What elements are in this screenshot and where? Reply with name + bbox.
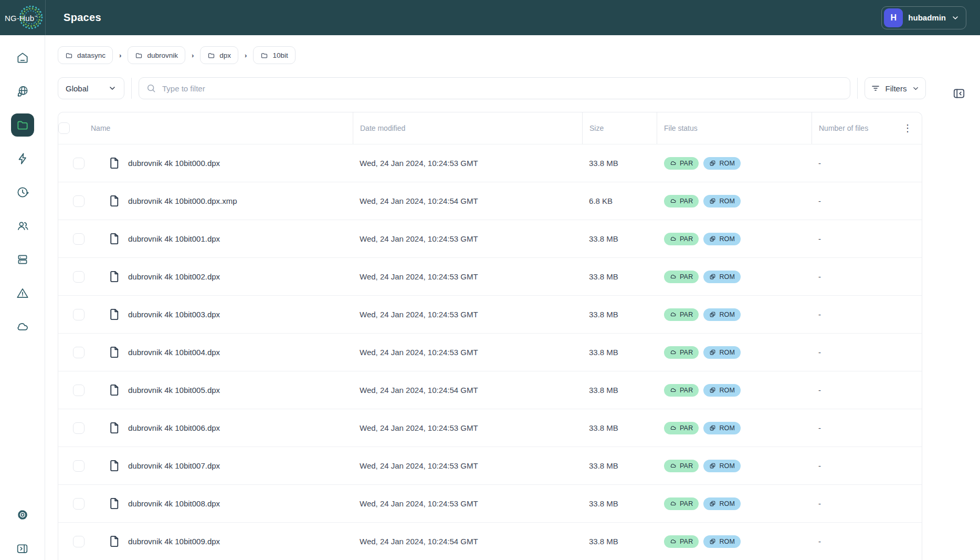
row-checkbox[interactable] xyxy=(73,385,85,396)
file-name: dubrovnik 4k 10bit007.dpx xyxy=(128,461,220,470)
file-date-modified: Wed, 24 Jan 2024, 10:24:54 GMT xyxy=(353,196,582,205)
column-header-file-status[interactable]: File status xyxy=(657,112,812,144)
file-count: - xyxy=(812,310,922,319)
status-badge-rom: ROM xyxy=(703,233,741,245)
breadcrumb-label: dpx xyxy=(219,51,231,59)
table-row[interactable]: dubrovnik 4k 10bit003.dpx Wed, 24 Jan 20… xyxy=(58,295,922,333)
sidebar-item-history[interactable] xyxy=(11,181,34,204)
table-row[interactable]: dubrovnik 4k 10bit008.dpx Wed, 24 Jan 20… xyxy=(58,484,922,522)
table-options-kebab-icon[interactable]: ⋮ xyxy=(903,123,912,133)
file-status-cell: PAR ROM xyxy=(657,195,812,208)
select-all-checkbox[interactable] xyxy=(58,122,70,134)
file-count: - xyxy=(812,386,922,395)
table-row[interactable]: dubrovnik 4k 10bit004.dpx Wed, 24 Jan 20… xyxy=(58,333,922,371)
breadcrumb-item[interactable]: datasync xyxy=(58,46,113,64)
copy-icon xyxy=(709,462,716,469)
row-checkbox[interactable] xyxy=(73,309,85,320)
user-menu[interactable]: H hubadmin xyxy=(881,6,966,29)
cloud-icon xyxy=(670,500,677,507)
table-row[interactable]: dubrovnik 4k 10bit005.dpx Wed, 24 Jan 20… xyxy=(58,371,922,409)
table-row[interactable]: dubrovnik 4k 10bit001.dpx Wed, 24 Jan 20… xyxy=(58,220,922,257)
breadcrumb-item[interactable]: dpx xyxy=(200,46,238,64)
row-checkbox[interactable] xyxy=(73,233,85,245)
row-checkbox[interactable] xyxy=(73,422,85,434)
sidebar-item-users[interactable] xyxy=(11,214,34,237)
cloud-icon xyxy=(670,311,677,318)
row-checkbox[interactable] xyxy=(73,498,85,510)
cloud-icon xyxy=(670,273,677,280)
sidebar-item-cloud[interactable] xyxy=(11,315,34,338)
status-badge-par: PAR xyxy=(664,422,699,434)
file-name: dubrovnik 4k 10bit006.dpx xyxy=(128,423,220,432)
table-row[interactable]: dubrovnik 4k 10bit007.dpx Wed, 24 Jan 20… xyxy=(58,447,922,484)
file-size: 33.8 MB xyxy=(582,499,657,508)
sidebar-item-alerts[interactable] xyxy=(11,282,34,305)
sidebar-item-home[interactable] xyxy=(11,46,34,69)
copy-icon xyxy=(709,500,716,507)
breadcrumb-label: dubrovnik xyxy=(147,51,178,59)
file-count: - xyxy=(812,499,922,508)
cloud-icon xyxy=(16,320,29,334)
status-badge-par: PAR xyxy=(664,460,699,472)
file-name: dubrovnik 4k 10bit000.dpx.xmp xyxy=(128,196,237,205)
row-checkbox[interactable] xyxy=(73,158,85,169)
status-badge-rom: ROM xyxy=(703,535,741,548)
table-row[interactable]: dubrovnik 4k 10bit009.dpx Wed, 24 Jan 20… xyxy=(58,522,922,560)
table-row[interactable]: dubrovnik 4k 10bit002.dpx Wed, 24 Jan 20… xyxy=(58,257,922,295)
file-icon xyxy=(108,232,121,246)
actions-lightning-icon xyxy=(16,152,29,165)
status-badge-rom: ROM xyxy=(703,422,741,434)
folder-icon xyxy=(135,51,143,59)
sidebar-item-discover[interactable] xyxy=(11,80,34,103)
sidebar-item-settings[interactable] xyxy=(11,503,34,526)
row-checkbox[interactable] xyxy=(73,195,85,207)
row-checkbox[interactable] xyxy=(73,271,85,283)
file-icon xyxy=(108,269,121,284)
file-date-modified: Wed, 24 Jan 2024, 10:24:53 GMT xyxy=(353,234,582,243)
status-badge-par: PAR xyxy=(664,271,699,283)
copy-icon xyxy=(709,198,716,204)
sidebar-item-actions[interactable] xyxy=(11,147,34,170)
table-row[interactable]: dubrovnik 4k 10bit006.dpx Wed, 24 Jan 20… xyxy=(58,409,922,447)
file-name: dubrovnik 4k 10bit004.dpx xyxy=(128,348,220,357)
file-count: - xyxy=(812,196,922,205)
filter-input[interactable] xyxy=(139,77,850,99)
table-row[interactable]: dubrovnik 4k 10bit000.dpx.xmp Wed, 24 Ja… xyxy=(58,182,922,220)
right-panel-toggle[interactable] xyxy=(952,87,966,102)
file-name: dubrovnik 4k 10bit008.dpx xyxy=(128,499,220,508)
column-header-number-of-files[interactable]: Number of files xyxy=(819,124,868,132)
file-name: dubrovnik 4k 10bit005.dpx xyxy=(128,386,220,395)
column-header-date-modified[interactable]: Date modified xyxy=(353,112,582,144)
file-status-cell: PAR ROM xyxy=(657,271,812,283)
filters-button[interactable]: Filters xyxy=(865,77,926,99)
file-date-modified: Wed, 24 Jan 2024, 10:24:53 GMT xyxy=(353,461,582,470)
cloud-icon xyxy=(670,387,677,393)
file-icon xyxy=(108,307,121,322)
file-status-cell: PAR ROM xyxy=(657,535,812,548)
collapse-sidebar-icon xyxy=(16,542,29,555)
sidebar-collapse-button[interactable] xyxy=(11,537,34,560)
logo-text: NG-Hub™ xyxy=(5,13,37,22)
sidebar-item-files[interactable] xyxy=(11,113,34,137)
cloud-icon xyxy=(670,349,677,356)
cloud-icon xyxy=(670,424,677,431)
row-checkbox[interactable] xyxy=(73,536,85,547)
row-checkbox[interactable] xyxy=(73,347,85,358)
copy-icon xyxy=(709,311,716,318)
scope-select[interactable]: Global xyxy=(58,77,124,99)
users-icon xyxy=(16,219,29,233)
sidebar-item-servers[interactable] xyxy=(11,248,34,271)
breadcrumb-item[interactable]: dubrovnik xyxy=(128,46,185,64)
avatar: H xyxy=(884,8,903,27)
file-date-modified: Wed, 24 Jan 2024, 10:24:54 GMT xyxy=(353,386,582,395)
row-checkbox[interactable] xyxy=(73,460,85,472)
breadcrumb-label: datasync xyxy=(77,51,106,59)
file-icon xyxy=(108,194,121,208)
file-count: - xyxy=(812,159,922,168)
column-header-name[interactable]: Name xyxy=(91,112,353,144)
file-status-cell: PAR ROM xyxy=(657,460,812,472)
column-header-size[interactable]: Size xyxy=(582,112,657,144)
table-row[interactable]: dubrovnik 4k 10bit000.dpx Wed, 24 Jan 20… xyxy=(58,144,922,182)
file-name: dubrovnik 4k 10bit003.dpx xyxy=(128,310,220,319)
breadcrumb-item[interactable]: 10bit xyxy=(253,46,295,64)
